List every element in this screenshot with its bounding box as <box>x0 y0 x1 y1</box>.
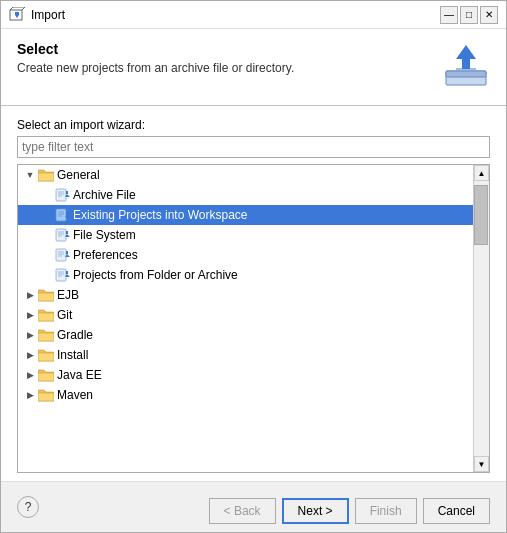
footer-row: ? < Back Next > Finish Cancel <box>17 490 490 524</box>
scroll-track[interactable] <box>474 181 489 456</box>
tree-list[interactable]: ▼ General Archive File Existing Projects… <box>18 165 473 472</box>
back-button[interactable]: < Back <box>209 498 276 524</box>
tree-item-git[interactable]: ▶ Git <box>18 305 473 325</box>
folder-icon <box>38 328 57 343</box>
title-bar-left: Import <box>9 7 65 23</box>
file-icon <box>54 248 73 263</box>
tree-item-label: Gradle <box>57 328 93 342</box>
tree-item-file-system[interactable]: File System <box>18 225 473 245</box>
tree-item-label: Projects from Folder or Archive <box>73 268 238 282</box>
tree-item-preferences[interactable]: Preferences <box>18 245 473 265</box>
window-icon <box>9 7 25 23</box>
help-area: ? <box>17 496 39 518</box>
svg-rect-25 <box>66 231 68 234</box>
wizard-icon <box>442 41 490 89</box>
tree-item-label: Preferences <box>73 248 138 262</box>
header-text: Select Create new projects from an archi… <box>17 41 294 75</box>
page-title: Select <box>17 41 294 57</box>
tree-item-label: EJB <box>57 288 79 302</box>
next-button[interactable]: Next > <box>282 498 349 524</box>
file-icon <box>54 268 73 283</box>
svg-rect-26 <box>56 249 66 261</box>
button-row: < Back Next > Finish Cancel <box>209 498 490 524</box>
tree-item-label: Archive File <box>73 188 136 202</box>
file-icon <box>54 188 73 203</box>
folder-icon <box>38 368 57 383</box>
scroll-thumb[interactable] <box>474 185 488 245</box>
file-icon <box>54 228 73 243</box>
folder-icon <box>38 388 57 403</box>
finish-button[interactable]: Finish <box>355 498 417 524</box>
tree-item-label: Git <box>57 308 72 322</box>
import-dialog: Import — □ ✕ Select Create new projects … <box>0 0 507 533</box>
window-title: Import <box>31 8 65 22</box>
content-area: Select Create new projects from an archi… <box>1 29 506 482</box>
tree-item-label: General <box>57 168 100 182</box>
wizard-label: Select an import wizard: <box>17 118 490 132</box>
tree-item-gradle[interactable]: ▶ Gradle <box>18 325 473 345</box>
maximize-button[interactable]: □ <box>460 6 478 24</box>
file-icon <box>54 208 73 223</box>
svg-rect-32 <box>56 269 66 281</box>
header-icon-container <box>442 41 490 89</box>
expand-icon[interactable]: ▶ <box>22 327 38 343</box>
folder-icon <box>38 348 57 363</box>
tree-item-archive-file[interactable]: Archive File <box>18 185 473 205</box>
tree-item-install[interactable]: ▶ Install <box>18 345 473 365</box>
cancel-button[interactable]: Cancel <box>423 498 490 524</box>
svg-marker-7 <box>456 45 476 69</box>
tree-item-projects-folder[interactable]: Projects from Folder or Archive <box>18 265 473 285</box>
tree-item-general[interactable]: ▼ General <box>18 165 473 185</box>
svg-rect-8 <box>56 189 66 201</box>
tree-item-ejb[interactable]: ▶ EJB <box>18 285 473 305</box>
header-section: Select Create new projects from an archi… <box>17 41 490 89</box>
tree-item-label: Existing Projects into Workspace <box>73 208 248 222</box>
collapse-icon[interactable]: ▼ <box>22 167 38 183</box>
tree-item-label: File System <box>73 228 136 242</box>
expand-icon[interactable]: ▶ <box>22 367 38 383</box>
folder-icon <box>38 288 57 303</box>
expand-icon[interactable]: ▶ <box>22 287 38 303</box>
svg-rect-37 <box>66 271 68 274</box>
scrollbar[interactable]: ▲ ▼ <box>473 165 489 472</box>
title-bar: Import — □ ✕ <box>1 1 506 29</box>
bottom-area: ? < Back Next > Finish Cancel <box>1 482 506 532</box>
header-separator <box>1 105 506 106</box>
svg-rect-4 <box>15 12 19 15</box>
scroll-down-button[interactable]: ▼ <box>474 456 489 472</box>
tree-container: ▼ General Archive File Existing Projects… <box>17 164 490 473</box>
expand-icon[interactable]: ▶ <box>22 347 38 363</box>
folder-icon <box>38 168 57 183</box>
folder-icon <box>38 308 57 323</box>
expand-icon[interactable]: ▶ <box>22 387 38 403</box>
tree-item-label: Maven <box>57 388 93 402</box>
svg-rect-31 <box>66 251 68 254</box>
svg-rect-19 <box>66 211 68 214</box>
scroll-up-button[interactable]: ▲ <box>474 165 489 181</box>
tree-item-label: Java EE <box>57 368 102 382</box>
tree-item-label: Install <box>57 348 88 362</box>
expand-icon[interactable]: ▶ <box>22 307 38 323</box>
tree-item-java-ee[interactable]: ▶ Java EE <box>18 365 473 385</box>
svg-rect-6 <box>446 71 486 77</box>
svg-rect-20 <box>56 229 66 241</box>
minimize-button[interactable]: — <box>440 6 458 24</box>
help-button[interactable]: ? <box>17 496 39 518</box>
svg-rect-13 <box>66 191 68 194</box>
tree-item-existing-projects[interactable]: Existing Projects into Workspace <box>18 205 473 225</box>
tree-item-maven[interactable]: ▶ Maven <box>18 385 473 405</box>
svg-rect-14 <box>56 209 66 221</box>
page-description: Create new projects from an archive file… <box>17 61 294 75</box>
close-button[interactable]: ✕ <box>480 6 498 24</box>
title-bar-controls: — □ ✕ <box>440 6 498 24</box>
filter-input[interactable] <box>17 136 490 158</box>
